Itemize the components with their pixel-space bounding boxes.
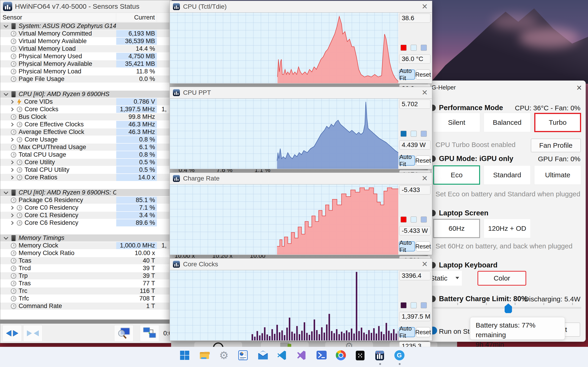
grid-color-swatch[interactable]	[421, 302, 427, 308]
sensor-row[interactable]: Tcas40 T	[0, 257, 172, 265]
sensor-group-row[interactable]: CPU [#0]: AMD Ryzen 9 6900HS: C-State Re…	[0, 189, 172, 196]
sensor-row[interactable]: Core Effective Clocks46.3 MHz	[0, 121, 172, 128]
sensor-row[interactable]: Package C6 Residency85.1 %	[0, 196, 172, 204]
sensor-row[interactable]: Average Effective Clock46.3 MHz	[0, 128, 172, 136]
auto-fit-button[interactable]: Auto Fit	[399, 327, 415, 337]
taskbar-icon-powershell[interactable]	[312, 349, 331, 365]
keyboard-color-button[interactable]: Color	[477, 271, 526, 286]
close-icon[interactable]: ×	[420, 1, 430, 11]
taskbar-icon-mail[interactable]	[253, 349, 273, 365]
grid-color-swatch[interactable]	[421, 131, 427, 137]
caret-down-icon[interactable]	[4, 91, 8, 96]
taskbar-icon-start[interactable]	[175, 349, 195, 365]
sensor-row[interactable]: Trfc708 T	[0, 295, 172, 302]
sensor-row[interactable]: Max CPU/Thread Usage6.1 %	[0, 143, 172, 151]
ghelper-close-button[interactable]: ×	[577, 83, 582, 93]
taskbar-icon-visual-studio[interactable]	[292, 349, 312, 365]
reset-button[interactable]: Reset	[416, 241, 430, 251]
auto-fit-button[interactable]: Auto Fit	[399, 69, 415, 80]
sensor-row[interactable]: Core C1 Residency3.4 %	[0, 211, 172, 219]
close-icon[interactable]: ×	[420, 259, 430, 269]
close-icon[interactable]: ×	[420, 87, 430, 98]
sensor-row[interactable]: Virtual Memory Committed6,193 MB	[0, 30, 172, 37]
gpu-eco-button[interactable]: Eco	[433, 165, 480, 185]
sensor-row[interactable]: Total CPU Utility0.5 %	[0, 166, 172, 174]
perf-balanced-button[interactable]: Balanced	[484, 113, 531, 132]
background-color-swatch[interactable]	[411, 45, 417, 51]
taskbar-icon-vscode[interactable]	[273, 349, 292, 365]
screen-60hz-button[interactable]: 60Hz	[433, 219, 480, 238]
sensor-row[interactable]: Page File Usage0.0 %	[0, 75, 172, 83]
expand-columns-button[interactable]	[2, 325, 22, 342]
expand-chevron-icon[interactable]	[10, 138, 14, 142]
caret-down-icon[interactable]	[4, 235, 8, 240]
sensor-row[interactable]: Total CPU Usage0.8 %	[0, 151, 172, 158]
sensor-row[interactable]: Core Ratios14.0 x	[0, 174, 172, 181]
reset-button[interactable]: Reset	[416, 156, 430, 166]
taskbar-icon-chrome[interactable]	[331, 349, 351, 365]
expand-chevron-icon[interactable]	[10, 123, 14, 126]
expand-chevron-icon[interactable]	[10, 206, 14, 210]
remote-monitors-button[interactable]	[140, 325, 159, 342]
graph-titlebar[interactable]: CPU PPT ×	[170, 87, 432, 98]
reset-button[interactable]: Reset	[416, 69, 430, 80]
sensor-row[interactable]: Virtual Memory Available36,539 MB	[0, 37, 172, 45]
sensor-group-row[interactable]: System: ASUS ROG Zephyrus G14 GA402RK_..…	[0, 22, 172, 30]
perf-silent-button[interactable]: Silent	[433, 113, 480, 132]
screen-120hz-button[interactable]: 120Hz + OD	[484, 219, 531, 238]
auto-fit-button[interactable]: Auto Fit	[399, 241, 415, 251]
hwinfo-titlebar[interactable]: HWiNFO64 v7.40-5000 - Sensors Status	[0, 0, 172, 13]
grid-color-swatch[interactable]	[421, 217, 427, 223]
background-color-swatch[interactable]	[411, 217, 417, 223]
sensor-row[interactable]: Core Clocks1,397.5 MHz1,	[0, 106, 172, 113]
hwinfo-horizontal-scrollbar[interactable]	[0, 319, 172, 324]
battery-limit-slider-thumb[interactable]	[505, 303, 512, 313]
sensor-row[interactable]: Trp39 T	[0, 272, 172, 280]
fan-profile-button[interactable]: Fan Profile	[531, 139, 581, 152]
sensor-group-row[interactable]: CPU [#0]: AMD Ryzen 9 6900HS	[0, 90, 172, 98]
collapse-columns-button[interactable]	[23, 325, 43, 342]
graph-titlebar[interactable]: Charge Rate ×	[170, 173, 432, 184]
sensor-row[interactable]: Core Utility0.5 %	[0, 158, 172, 166]
expand-chevron-icon[interactable]	[10, 100, 14, 104]
sensor-row[interactable]: Bus Clock99.8 MHz	[0, 113, 172, 121]
gpu-ultimate-button[interactable]: Ultimate	[534, 165, 581, 185]
taskbar-icon-terminal-black[interactable]	[351, 349, 370, 365]
perf-turbo-button[interactable]: Turbo	[534, 113, 581, 132]
taskbar-icon-explorer[interactable]	[195, 349, 214, 365]
series-color-swatch[interactable]	[401, 302, 406, 308]
sensor-row[interactable]: Core VIDs0.786 V	[0, 98, 172, 106]
taskbar-icon-hwinfo[interactable]	[370, 349, 390, 365]
sensor-row[interactable]: Tras77 T	[0, 280, 172, 287]
graph-titlebar[interactable]: Core Clocks ×	[170, 259, 432, 270]
sensor-row[interactable]: Trcd39 T	[0, 265, 172, 272]
column-header-current[interactable]: Current	[116, 13, 157, 22]
column-header-sensor[interactable]: Sensor	[0, 13, 116, 22]
gpu-standard-button[interactable]: Standard	[484, 165, 531, 185]
caret-down-icon[interactable]	[4, 190, 8, 194]
sensor-row[interactable]: Physical Memory Used4,750 MB	[0, 52, 172, 60]
expand-chevron-icon[interactable]	[10, 168, 14, 172]
series-color-swatch[interactable]	[401, 131, 406, 137]
auto-fit-button[interactable]: Auto Fit	[399, 156, 415, 166]
sensor-row[interactable]: Trc116 T	[0, 287, 172, 295]
grid-color-swatch[interactable]	[421, 45, 427, 51]
series-color-swatch[interactable]	[401, 45, 406, 51]
taskbar-icon-monitor-tool[interactable]	[233, 349, 253, 365]
taskbar-icon-settings[interactable]: ⚙	[214, 349, 233, 365]
caret-down-icon[interactable]	[4, 23, 8, 28]
sensor-group-row[interactable]: Memory Timings	[0, 234, 172, 242]
taskbar-icon-ghelper[interactable]: G	[390, 349, 409, 365]
expand-chevron-icon[interactable]	[10, 175, 14, 179]
sensor-row[interactable]: Physical Memory Available35,421 MB	[0, 60, 172, 68]
sensor-row[interactable]: Command Rate1 T	[0, 302, 172, 310]
graph-titlebar[interactable]: CPU (Tctl/Tdie) ×	[170, 1, 432, 12]
expand-chevron-icon[interactable]	[10, 213, 14, 217]
reset-button[interactable]: Reset	[416, 327, 430, 337]
sensor-row[interactable]: Core Usage0.8 %	[0, 136, 172, 143]
expand-chevron-icon[interactable]	[10, 160, 14, 164]
sensor-row[interactable]: Core C0 Residency7.1 %	[0, 204, 172, 211]
sensor-row[interactable]: Virtual Memory Load14.4 %	[0, 45, 172, 52]
expand-chevron-icon[interactable]	[10, 221, 14, 225]
screen-magnifier-button[interactable]	[114, 325, 133, 342]
